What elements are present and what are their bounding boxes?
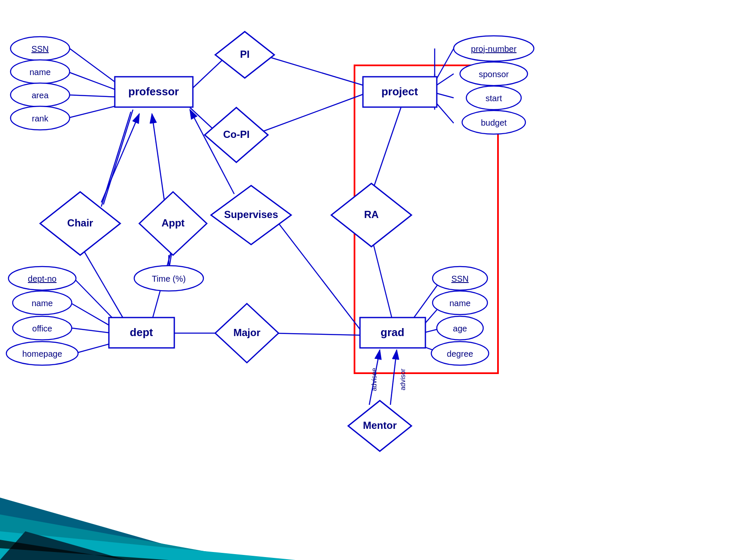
line-pi-proj <box>262 55 367 86</box>
professor-label: professor <box>128 85 179 98</box>
dept-name-label: name <box>32 299 53 308</box>
copi-label: Co-PI <box>223 129 250 140</box>
prof-rank-label: rank <box>32 114 49 123</box>
line-mentor-advisor <box>390 350 397 405</box>
advisor-role-label: advisor <box>399 369 406 390</box>
line-prof-ssn <box>70 48 118 84</box>
ra-label: RA <box>364 209 379 220</box>
dept-homepage-label: homepage <box>22 349 62 358</box>
line-chair-prof3 <box>103 110 133 205</box>
mentor-label: Mentor <box>363 420 397 431</box>
grad-label: grad <box>381 326 404 339</box>
line-prof-name <box>68 72 118 91</box>
line-prof-rank <box>68 105 118 118</box>
line-ra-grad <box>371 236 392 320</box>
line-sup-grad <box>272 215 363 333</box>
project-label: project <box>382 85 418 98</box>
dept-office-label: office <box>32 324 52 333</box>
line-chair-dept <box>80 245 124 320</box>
supervises-label: Supervises <box>224 209 278 220</box>
line-major-grad <box>270 333 363 335</box>
line-chair-prof2 <box>101 112 131 207</box>
proj-start-label: start <box>486 94 502 103</box>
line-prof-area <box>68 95 118 97</box>
line-dept-office <box>72 328 112 333</box>
line-copi-proj <box>253 93 367 135</box>
line-ra-proj <box>371 108 401 194</box>
grad-ssn-label: SSN <box>451 274 468 283</box>
proj-projnum-label: proj-number <box>471 44 517 54</box>
grad-degree-label: degree <box>447 349 473 358</box>
line-appt-prof <box>152 114 165 202</box>
advisee-role-label: advisee <box>371 368 378 391</box>
prof-area-label: area <box>32 91 49 100</box>
major-label: Major <box>233 327 260 338</box>
er-diagram: PI Co-PI Chair Appt Supervises RA Major … <box>0 0 736 560</box>
grad-age-label: age <box>453 324 467 333</box>
line-dept-name <box>72 304 112 327</box>
grad-name-label: name <box>449 299 471 308</box>
appt-time-label: Time (%) <box>152 274 186 283</box>
chair-label: Chair <box>67 217 93 229</box>
dept-label: dept <box>130 326 153 339</box>
line-proj-sp <box>435 74 454 86</box>
line-proj-st <box>435 93 454 98</box>
dept-deptno-label: dept-no <box>28 274 57 283</box>
prof-name-label: name <box>30 67 51 77</box>
line-proj-bu <box>435 101 454 123</box>
proj-sponsor-label: sponsor <box>479 70 509 79</box>
appt-label: Appt <box>162 217 185 229</box>
pi-label: PI <box>240 48 250 60</box>
prof-ssn-label: SSN <box>31 44 49 54</box>
proj-budget-label: budget <box>481 118 507 127</box>
